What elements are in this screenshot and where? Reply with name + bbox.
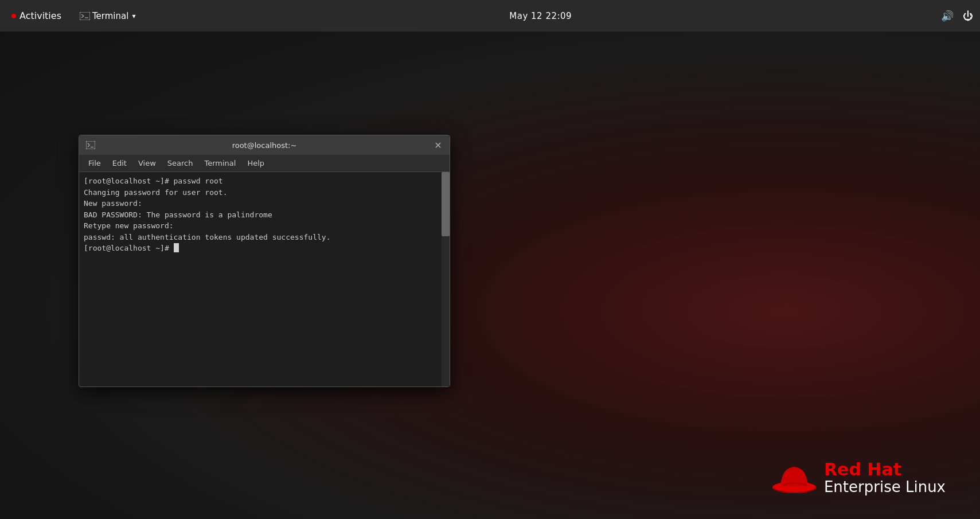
topbar-right: 🔊 ⏻ xyxy=(941,10,973,22)
redhat-hat-icon xyxy=(771,459,817,496)
terminal-dropdown-icon: ▾ xyxy=(132,12,135,20)
terminal-line-5: Retype new password: xyxy=(84,220,437,232)
terminal-menu-button[interactable]: Terminal ▾ xyxy=(75,9,140,24)
terminal-title: root@localhost:~ xyxy=(96,141,432,150)
power-icon[interactable]: ⏻ xyxy=(963,10,973,22)
close-icon: ✕ xyxy=(434,140,442,151)
terminal-scrollbar[interactable] xyxy=(442,172,450,387)
menu-search[interactable]: Search xyxy=(163,157,198,169)
terminal-cursor xyxy=(174,243,179,252)
svg-rect-2 xyxy=(86,141,95,149)
svg-rect-0 xyxy=(80,12,90,20)
terminal-content-area[interactable]: [root@localhost ~]# passwd root Changing… xyxy=(79,172,450,387)
terminal-label: Terminal xyxy=(92,11,128,21)
redhat-brand-text: Red Hat Enterprise Linux xyxy=(824,460,946,495)
menu-file[interactable]: File xyxy=(84,157,106,169)
terminal-icon xyxy=(80,12,90,20)
redhat-logo: Red Hat Enterprise Linux xyxy=(771,459,946,496)
terminal-scrollbar-thumb[interactable] xyxy=(442,172,450,236)
menu-help[interactable]: Help xyxy=(243,157,269,169)
menu-view[interactable]: View xyxy=(134,157,161,169)
terminal-line-2: Changing password for user root. xyxy=(84,187,437,198)
topbar-left: Activities Terminal ▾ xyxy=(7,8,140,24)
menu-terminal[interactable]: Terminal xyxy=(200,157,240,169)
terminal-line-6: passwd: all authentication tokens update… xyxy=(84,232,437,243)
terminal-line-1: [root@localhost ~]# passwd root xyxy=(84,175,437,187)
topbar: Activities Terminal ▾ May 12 22:09 🔊 ⏻ xyxy=(0,0,980,32)
activities-dot-icon xyxy=(11,14,16,18)
topbar-datetime: May 12 22:09 xyxy=(509,11,572,21)
datetime-text: May 12 22:09 xyxy=(509,11,572,21)
terminal-titlebar: root@localhost:~ ✕ xyxy=(79,135,450,155)
terminal-line-7: [root@localhost ~]# xyxy=(84,243,437,254)
redhat-name-white: Enterprise Linux xyxy=(824,479,946,495)
terminal-line-4: BAD PASSWORD: The password is a palindro… xyxy=(84,209,437,221)
terminal-line-3: New password: xyxy=(84,198,437,209)
activities-button[interactable]: Activities xyxy=(7,8,66,24)
volume-icon[interactable]: 🔊 xyxy=(941,10,954,22)
terminal-close-button[interactable]: ✕ xyxy=(432,139,444,151)
terminal-output[interactable]: [root@localhost ~]# passwd root Changing… xyxy=(79,172,442,387)
terminal-window: root@localhost:~ ✕ File Edit View Search… xyxy=(79,135,450,387)
terminal-window-icon xyxy=(85,139,96,151)
redhat-name-red: Red Hat xyxy=(824,460,946,479)
menu-edit[interactable]: Edit xyxy=(108,157,131,169)
terminal-menubar: File Edit View Search Terminal Help xyxy=(79,155,450,172)
activities-label: Activities xyxy=(19,10,61,21)
